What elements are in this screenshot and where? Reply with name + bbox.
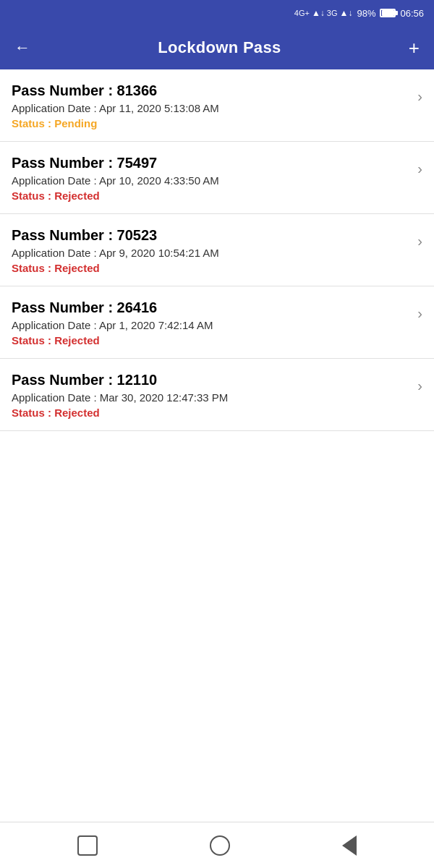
bottom-nav: [0, 822, 434, 868]
home-icon: [210, 835, 230, 856]
pass-date: Application Date : Apr 9, 2020 10:54:21 …: [12, 247, 412, 259]
pass-number: Pass Number : 12110: [12, 372, 412, 388]
pass-date: Application Date : Apr 1, 2020 7:42:14 A…: [12, 319, 412, 331]
signal-bars-1: ▲↓: [312, 8, 325, 18]
pass-content: Pass Number : 81366Application Date : Ap…: [12, 82, 412, 129]
pass-item[interactable]: Pass Number : 12110Application Date : Ma…: [0, 359, 434, 431]
pass-status: Status : Rejected: [12, 190, 412, 202]
pass-number: Pass Number : 70523: [12, 227, 412, 244]
battery-fill: [382, 10, 394, 16]
pass-date: Application Date : Apr 10, 2020 4:33:50 …: [12, 174, 412, 187]
pass-content: Pass Number : 70523Application Date : Ap…: [12, 227, 412, 274]
pass-number: Pass Number : 81366: [12, 82, 412, 99]
pass-content: Pass Number : 26416Application Date : Ap…: [12, 299, 412, 346]
page-title: Lockdown Pass: [45, 38, 394, 57]
battery-icon-container: [380, 9, 396, 17]
pass-list: Pass Number : 81366Application Date : Ap…: [0, 69, 434, 822]
chevron-right-icon: ›: [417, 233, 422, 250]
signal-4g: 4G+: [294, 9, 310, 17]
pass-content: Pass Number : 12110Application Date : Ma…: [12, 372, 412, 419]
nav-home-button[interactable]: [204, 830, 236, 861]
recents-icon: [77, 835, 98, 856]
pass-number: Pass Number : 75497: [12, 155, 412, 171]
chevron-right-icon: ›: [417, 305, 422, 322]
pass-status: Status : Rejected: [12, 407, 412, 419]
pass-date: Application Date : Mar 30, 2020 12:47:33…: [12, 391, 412, 404]
pass-item[interactable]: Pass Number : 70523Application Date : Ap…: [0, 214, 434, 286]
pass-status: Status : Rejected: [12, 262, 412, 274]
app-bar: ← Lockdown Pass +: [0, 26, 434, 69]
nav-recents-button[interactable]: [72, 830, 103, 861]
pass-item[interactable]: Pass Number : 75497Application Date : Ap…: [0, 142, 434, 214]
battery-percent: 98%: [357, 8, 375, 19]
signal-icons: 4G+ ▲↓ 3G ▲↓: [294, 8, 353, 18]
pass-content: Pass Number : 75497Application Date : Ap…: [12, 155, 412, 202]
pass-date: Application Date : Apr 11, 2020 5:13:08 …: [12, 102, 412, 114]
chevron-right-icon: ›: [417, 378, 422, 394]
battery-icon: [380, 9, 396, 17]
back-button[interactable]: ←: [12, 35, 33, 60]
time: 06:56: [400, 8, 424, 19]
pass-status: Status : Pending: [12, 117, 412, 129]
pass-status: Status : Rejected: [12, 334, 412, 346]
back-icon: [342, 835, 357, 856]
status-bar: 4G+ ▲↓ 3G ▲↓ 98% 06:56: [0, 0, 434, 26]
chevron-right-icon: ›: [417, 161, 422, 177]
add-button[interactable]: +: [406, 34, 422, 62]
signal-bars-2: ▲↓: [340, 8, 353, 18]
signal-3g: 3G: [327, 9, 338, 17]
nav-back-button[interactable]: [336, 830, 362, 861]
pass-item[interactable]: Pass Number : 26416Application Date : Ap…: [0, 286, 434, 359]
pass-number: Pass Number : 26416: [12, 299, 412, 316]
chevron-right-icon: ›: [417, 88, 422, 105]
pass-item[interactable]: Pass Number : 81366Application Date : Ap…: [0, 69, 434, 142]
